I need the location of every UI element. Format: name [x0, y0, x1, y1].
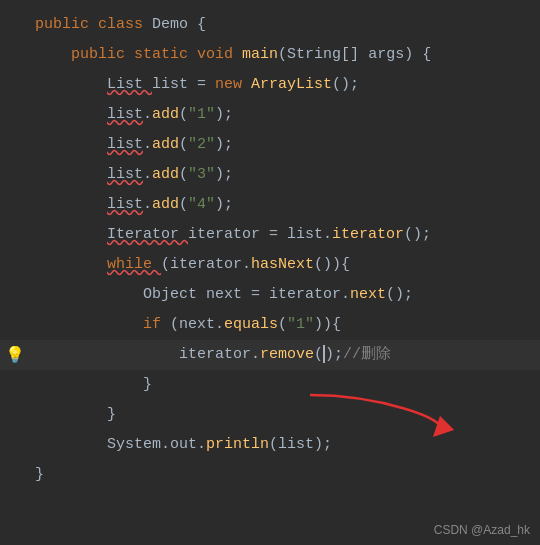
token: equals	[224, 316, 278, 333]
code-line-12: 💡 iterator.remove();//删除	[0, 340, 540, 370]
token: (	[179, 196, 188, 213]
code-line-15: System.out.println(list);	[0, 430, 540, 460]
token: );	[215, 166, 233, 183]
token: .	[161, 436, 170, 453]
token: iterator	[188, 226, 269, 243]
token: .	[143, 136, 152, 153]
token: "3"	[188, 166, 215, 183]
token: ) {	[404, 46, 431, 63]
line-content-5: list.add("2");	[30, 131, 540, 159]
token: (	[278, 316, 287, 333]
code-line-11: if (next.equals("1")){	[0, 310, 540, 340]
code-line-6: list.add("3");	[0, 160, 540, 190]
token: );	[215, 196, 233, 213]
token: System	[107, 436, 161, 453]
token: (	[314, 346, 323, 363]
token: (iterator.	[161, 256, 251, 273]
code-line-7: list.add("4");	[0, 190, 540, 220]
token: public	[35, 16, 98, 33]
token: void	[197, 46, 242, 63]
token: hasNext	[251, 256, 314, 273]
token: );	[215, 136, 233, 153]
token: (	[179, 166, 188, 183]
token: Iterator	[107, 226, 188, 243]
token: Object	[143, 286, 206, 303]
token: "2"	[188, 136, 215, 153]
code-line-16: }	[0, 460, 540, 490]
line-gutter-12: 💡	[0, 345, 30, 365]
code-line-9: while (iterator.hasNext()){	[0, 250, 540, 280]
line-content-10: Object next = iterator.next();	[30, 281, 540, 309]
token: );	[325, 346, 343, 363]
code-line-1: public class Demo {	[0, 10, 540, 40]
token: }	[143, 376, 152, 393]
line-content-4: list.add("1");	[30, 101, 540, 129]
token: (	[179, 106, 188, 123]
watermark: CSDN @Azad_hk	[434, 523, 530, 537]
token: (	[179, 136, 188, 153]
token: Demo	[152, 16, 197, 33]
token: static	[134, 46, 197, 63]
line-content-13: }	[30, 371, 540, 399]
line-content-15: System.out.println(list);	[30, 431, 540, 459]
lightbulb-icon[interactable]: 💡	[5, 345, 25, 365]
token: ()){	[314, 256, 350, 273]
line-content-11: if (next.equals("1")){	[30, 311, 540, 339]
line-content-6: list.add("3");	[30, 161, 540, 189]
token: out	[170, 436, 197, 453]
code-line-10: Object next = iterator.next();	[0, 280, 540, 310]
token: ();	[404, 226, 431, 243]
token: remove	[260, 346, 314, 363]
token: "4"	[188, 196, 215, 213]
token: //删除	[343, 346, 391, 363]
line-content-7: list.add("4");	[30, 191, 540, 219]
token: )){	[314, 316, 341, 333]
token: class	[98, 16, 152, 33]
token: .	[197, 436, 206, 453]
code-line-5: list.add("2");	[0, 130, 540, 160]
token: public	[71, 46, 134, 63]
token: .	[143, 106, 152, 123]
token: (	[278, 46, 287, 63]
token: "1"	[188, 106, 215, 123]
token: String	[287, 46, 341, 63]
token: add	[152, 166, 179, 183]
token: add	[152, 106, 179, 123]
token: iterator	[332, 226, 404, 243]
token: =	[197, 76, 215, 93]
token: []	[341, 46, 368, 63]
line-content-16: }	[30, 461, 540, 489]
token: (list);	[269, 436, 332, 453]
code-line-13: }	[0, 370, 540, 400]
line-content-2: public static void main(String[] args) {	[30, 41, 540, 69]
line-content-1: public class Demo {	[30, 11, 540, 39]
keyword-while: while	[107, 256, 161, 273]
token: ();	[386, 286, 413, 303]
token: add	[152, 136, 179, 153]
token: list	[152, 76, 197, 93]
line-content-12: iterator.remove();//删除	[30, 341, 540, 369]
token: List	[107, 76, 152, 93]
token: (next.	[170, 316, 224, 333]
token: list	[107, 106, 143, 123]
token: list	[107, 136, 143, 153]
line-content-3: List list = new ArrayList();	[30, 71, 540, 99]
token: =	[269, 226, 287, 243]
token: }	[107, 406, 116, 423]
token: }	[35, 466, 44, 483]
token: {	[197, 16, 206, 33]
token: list.	[287, 226, 332, 243]
token: args	[368, 46, 404, 63]
token: println	[206, 436, 269, 453]
line-content-14: }	[30, 401, 540, 429]
token: ArrayList	[251, 76, 332, 93]
line-content-8: Iterator iterator = list.iterator();	[30, 221, 540, 249]
token: );	[215, 106, 233, 123]
token: =	[251, 286, 269, 303]
token: list	[107, 196, 143, 213]
token: main	[242, 46, 278, 63]
code-editor: public class Demo { public static void m…	[0, 0, 540, 545]
token: next	[206, 286, 251, 303]
token: .	[143, 166, 152, 183]
token: .	[143, 196, 152, 213]
